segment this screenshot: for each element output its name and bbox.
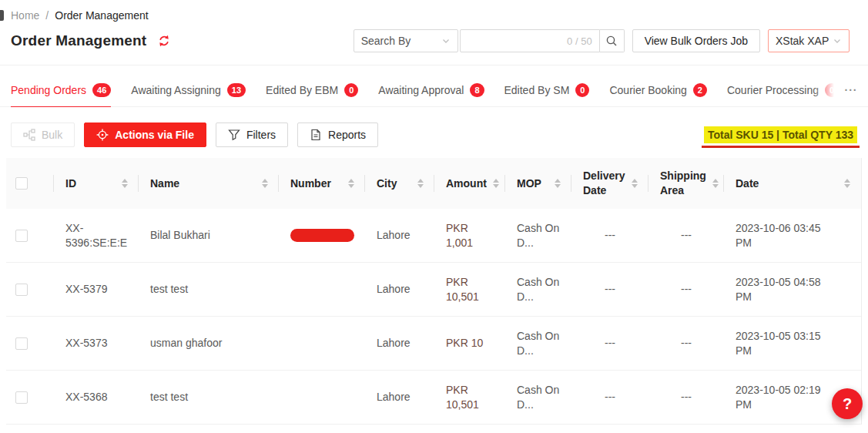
tab-awaiting-assigning[interactable]: Awaiting Assigning 13 xyxy=(131,73,246,107)
cell-id: XX-5379 xyxy=(54,263,139,316)
tab-count-badge: 2 xyxy=(693,83,707,97)
cell-delivery-date: --- xyxy=(571,317,648,370)
sort-icon[interactable] xyxy=(706,179,719,188)
tab-label: Courier Booking xyxy=(609,84,686,96)
sort-icon[interactable] xyxy=(116,179,128,188)
filter-icon xyxy=(228,129,240,141)
cell-mop: Cash On D... xyxy=(505,263,571,316)
cell-mop: Cash On D... xyxy=(505,371,571,424)
cell-delivery-date: --- xyxy=(571,263,648,316)
chevron-down-icon xyxy=(441,36,451,45)
totals-highlight: Total SKU 15 | Total QTY 133 xyxy=(704,126,857,143)
header-mop[interactable]: MOP xyxy=(505,158,571,209)
bulk-button[interactable]: Bulk xyxy=(11,123,75,147)
page-header: Order Management Search By 0 / 50 xyxy=(0,29,868,65)
search-by-select[interactable]: Search By xyxy=(354,29,458,52)
channel-select[interactable]: XStak XAP xyxy=(768,29,850,52)
row-checkbox[interactable] xyxy=(15,337,28,350)
header-shipping-area[interactable]: Shipping Area xyxy=(648,158,724,209)
table-row[interactable]: XX-5373 usman ghafoor Lahore PKR 10 Cash… xyxy=(6,317,861,371)
header-date[interactable]: Date xyxy=(724,158,861,209)
sort-icon[interactable] xyxy=(487,179,499,188)
cell-amount: PKR 10,501 xyxy=(434,371,505,424)
cell-shipping-area: --- xyxy=(648,263,724,316)
actions-via-file-label: Actions via File xyxy=(115,129,194,141)
cell-city: Lahore xyxy=(365,209,434,262)
tab-pending-orders[interactable]: Pending Orders 46 xyxy=(11,73,111,107)
breadcrumb-home-link[interactable]: Home xyxy=(11,9,39,22)
cell-shipping-area: --- xyxy=(648,209,724,262)
table-row[interactable]: XX-5379 test test Lahore PKR 10,501 Cash… xyxy=(6,263,861,317)
select-all-checkbox[interactable] xyxy=(15,177,28,190)
tabs-strip: Pending Orders 46 Awaiting Assigning 13 … xyxy=(11,73,834,107)
cell-name: usman ghafoor xyxy=(139,317,279,370)
view-bulk-orders-label: View Bulk Orders Job xyxy=(645,35,748,47)
table-row[interactable]: XX-5368 test test Lahore PKR 10,501 Cash… xyxy=(6,371,861,425)
cell-city: Lahore xyxy=(365,371,434,424)
sort-icon[interactable] xyxy=(411,179,424,188)
row-checkbox[interactable] xyxy=(15,391,28,404)
chevron-down-icon xyxy=(833,36,842,45)
cell-date: 2023-10-05 04:58 PM xyxy=(724,263,861,316)
help-button[interactable]: ? xyxy=(832,388,863,419)
header-delivery-date[interactable]: Delivery Date xyxy=(571,158,648,209)
sort-icon[interactable] xyxy=(838,179,850,188)
breadcrumb: Home / Order Management xyxy=(0,0,868,22)
cell-date: 2023-10-06 03:45 PM xyxy=(724,209,861,262)
cluster-icon xyxy=(23,129,35,141)
tab-count-badge: 46 xyxy=(92,83,111,97)
header-controls: Search By 0 / 50 View Bulk Orders Job XS… xyxy=(354,29,850,52)
cell-id: XX-5368 xyxy=(54,371,139,424)
header-amount[interactable]: Amount xyxy=(434,158,505,209)
search-input[interactable] xyxy=(468,35,567,47)
total-sku: Total SKU 15 xyxy=(708,129,773,141)
reports-button[interactable]: Reports xyxy=(297,123,378,147)
tab-awaiting-approval[interactable]: Awaiting Approval 8 xyxy=(378,73,484,107)
search-char-counter: 0 / 50 xyxy=(567,35,592,47)
header-name[interactable]: Name xyxy=(139,158,279,209)
tab-edited-by-sm[interactable]: Edited By SM 0 xyxy=(504,73,590,107)
cell-shipping-area: --- xyxy=(648,317,724,370)
refresh-button[interactable] xyxy=(157,34,171,48)
tab-label: Courier Processing xyxy=(727,84,819,96)
channel-select-value: XStak XAP xyxy=(776,35,833,47)
header-id[interactable]: ID xyxy=(54,158,139,209)
sort-icon[interactable] xyxy=(548,179,561,188)
row-checkbox[interactable] xyxy=(15,230,28,242)
cell-delivery-date: --- xyxy=(571,371,648,424)
sort-icon[interactable] xyxy=(256,179,268,188)
tab-label: Edited By SM xyxy=(504,84,570,96)
filters-button[interactable]: Filters xyxy=(216,123,288,147)
toolbar: Bulk Actions via File Filters Reports xyxy=(0,123,868,147)
tab-courier-booking[interactable]: Courier Booking 2 xyxy=(609,73,707,107)
cell-id: XX-5396:SE:E:E xyxy=(54,209,139,262)
tab-courier-processing[interactable]: Courier Processing 0 xyxy=(727,73,834,107)
view-bulk-orders-button[interactable]: View Bulk Orders Job xyxy=(632,29,760,52)
search-button[interactable] xyxy=(600,29,625,52)
actions-via-file-button[interactable]: Actions via File xyxy=(84,123,206,147)
header-number[interactable]: Number xyxy=(279,158,365,209)
breadcrumb-current: Order Management xyxy=(55,9,148,22)
sort-icon[interactable] xyxy=(625,179,638,188)
bulk-label: Bulk xyxy=(42,129,62,141)
reports-label: Reports xyxy=(328,129,366,141)
cell-shipping-area: --- xyxy=(648,371,724,424)
tab-count-badge: 0 xyxy=(575,83,589,97)
row-checkbox[interactable] xyxy=(15,284,28,296)
cell-number xyxy=(279,263,365,316)
sort-icon[interactable] xyxy=(342,179,354,188)
cell-number xyxy=(279,209,365,262)
tabs-more-button[interactable]: ··· xyxy=(834,73,868,106)
redacted-number-pill xyxy=(290,229,354,242)
cell-amount: PKR 10 xyxy=(434,317,505,370)
cell-city: Lahore xyxy=(365,263,434,316)
clipped-sidebar-icon xyxy=(0,10,4,21)
header-city[interactable]: City xyxy=(365,158,434,209)
cell-name: test test xyxy=(139,371,279,424)
tab-edited-by-ebm[interactable]: Edited By EBM 0 xyxy=(266,73,358,107)
cell-mop: Cash On D... xyxy=(505,317,571,370)
total-qty: Total QTY 133 xyxy=(783,129,853,141)
table-row[interactable]: XX-5396:SE:E:E Bilal Bukhari Lahore PKR … xyxy=(6,209,861,263)
tab-count-badge: 13 xyxy=(227,83,246,97)
cell-number xyxy=(279,371,365,424)
